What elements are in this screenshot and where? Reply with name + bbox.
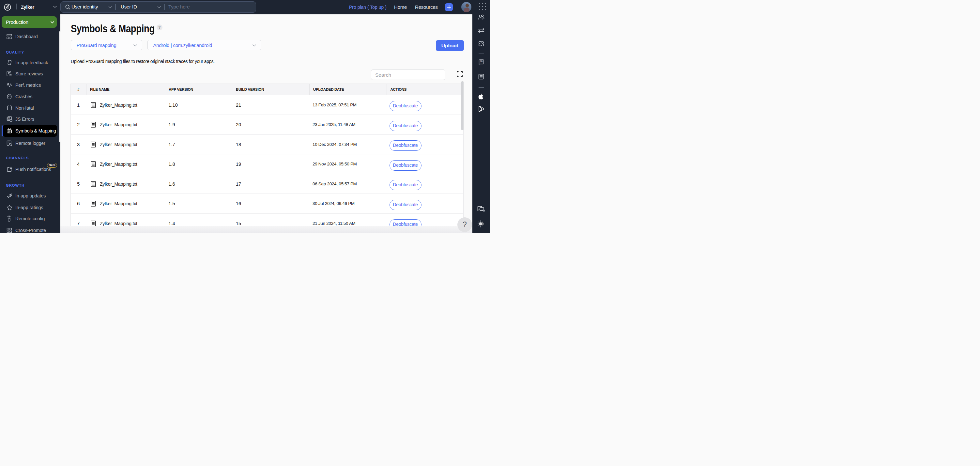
svg-text:JS: JS [8,118,10,119]
svg-text:A-Z: A-Z [480,61,483,62]
